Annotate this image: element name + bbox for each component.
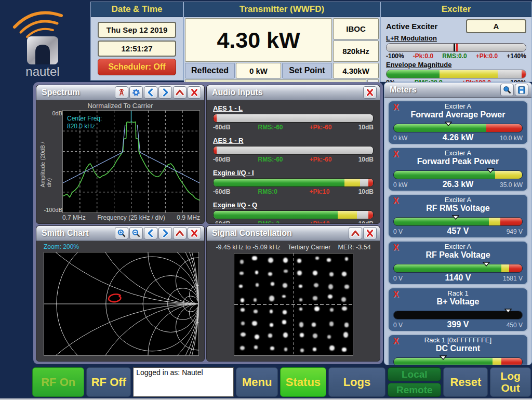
collapse-icon: [175, 88, 185, 97]
zoom-out-button[interactable]: [129, 227, 143, 239]
bar-segment-black: [394, 311, 522, 319]
constellation-point: [313, 348, 317, 351]
constellation-point: [299, 285, 302, 288]
meter-value: 26.3 kW: [443, 180, 474, 189]
meter-bar: [393, 311, 523, 319]
audio-channel: AES 1 - R-60dBRMS:-60+Pk:-6010dB: [213, 137, 374, 165]
bar-segment-lightgray: [217, 114, 373, 122]
audio-channel-label: Exgine I/Q - I: [213, 169, 374, 177]
close-button[interactable]: [363, 86, 377, 99]
bar-segment-red: [486, 124, 522, 132]
mask-left-trace: [63, 125, 125, 183]
logs-button[interactable]: Logs: [328, 367, 385, 397]
meter-name: RF Peak Voltage: [393, 250, 523, 259]
constellation-point: [282, 295, 286, 298]
lr-modulation-scale: -100%-Pk:0.0RMS:0.0+Pk:0.0+140%: [386, 52, 526, 60]
constellation-point: [344, 323, 349, 327]
bottom-toolbar: RF On RF Off Logged in as: Nautel Menu S…: [0, 365, 532, 400]
collapse-button[interactable]: [173, 86, 187, 99]
constellation-point: [269, 296, 274, 301]
constellation-point: [255, 335, 259, 339]
meter-source: Exciter A: [393, 243, 523, 250]
spectrum-chart-title: Normalized To Carrier: [36, 100, 204, 110]
lr-modulation-label: L+R Modulation: [386, 34, 526, 42]
save-button[interactable]: [515, 84, 528, 96]
smith-zoom-label: Zoom: 200%: [36, 241, 204, 252]
status-button[interactable]: Status: [280, 367, 326, 397]
spectrum-title: Spectrum: [39, 88, 80, 97]
antenna-button[interactable]: [115, 86, 128, 99]
audio-channel: Exgine I/Q - I-60dBRMS:0+Pk:1010dB: [213, 169, 374, 197]
close-button[interactable]: [188, 86, 201, 99]
constellation-point: [342, 348, 347, 352]
reflected-value: 0 kW: [236, 63, 281, 78]
menu-button[interactable]: Menu: [236, 367, 278, 397]
close-button[interactable]: [363, 227, 377, 239]
local-remote-toggle[interactable]: Local Remote: [388, 367, 441, 397]
logout-button[interactable]: Log Out: [490, 367, 531, 397]
search-icon: [502, 85, 512, 95]
constellation-title: Signal Constellation: [210, 229, 292, 238]
meter-close-button[interactable]: X: [393, 150, 399, 159]
remote-button[interactable]: Remote: [388, 383, 441, 397]
constellation-point: [329, 322, 333, 326]
collapse-button[interactable]: [349, 227, 362, 239]
chevron-right-button[interactable]: [158, 86, 172, 99]
local-button[interactable]: Local: [388, 367, 441, 381]
constellation-point: [327, 258, 331, 262]
constellation-point: [314, 306, 320, 311]
constellation-point: [299, 322, 303, 327]
rf-off-button[interactable]: RF Off: [86, 367, 131, 397]
nautel-logo: nautel: [3, 2, 87, 79]
smith-grid-svg: [44, 252, 198, 355]
constellation-point: [268, 272, 272, 276]
chevron-left-button[interactable]: [144, 227, 157, 239]
chevron-left-button[interactable]: [144, 86, 157, 99]
active-exciter-button[interactable]: A: [466, 19, 526, 33]
reset-button[interactable]: Reset: [443, 367, 488, 397]
nautel-logo-graphic: nautel: [3, 2, 87, 79]
bar-segment-yellow: [493, 358, 501, 365]
meter-close-button[interactable]: X: [393, 243, 399, 252]
exciter-title: Exciter: [381, 2, 531, 17]
collapse-button[interactable]: [173, 227, 187, 239]
meter-value: 1140 V: [445, 273, 471, 283]
svg-text:nautel: nautel: [25, 64, 59, 78]
bar-segment-yellow: [344, 179, 361, 186]
constellation-point: [283, 310, 287, 314]
constellation-header: Signal Constellation: [207, 226, 380, 241]
meter-close-button[interactable]: X: [393, 196, 399, 206]
envelope-magnitude-label: Envelope Magnitude: [386, 61, 526, 69]
constellation-point: [313, 334, 317, 338]
zoom-in-button[interactable]: [115, 227, 128, 239]
meter-card: XExciter AForward Average Power0 kW4.26 …: [388, 100, 528, 145]
audio-channel-label: AES 1 - R: [213, 137, 374, 144]
constellation-point: [241, 332, 246, 337]
spectrum-y-label: Amplitude (20dB / div): [39, 136, 52, 188]
meter-scale: 0 kW26.3 kW35.0 kW: [393, 180, 523, 189]
bar-segment-green: [387, 70, 440, 78]
chevron-right-button[interactable]: [158, 227, 172, 239]
exciter-panel: Exciter Active Exciter A L+R Modulation …: [380, 2, 532, 82]
rf-on-button[interactable]: RF On: [32, 367, 84, 397]
constellation-point: [343, 332, 348, 338]
gear-button[interactable]: [129, 86, 143, 99]
search-button[interactable]: [500, 84, 514, 96]
scheduler-button[interactable]: Scheduler: Off: [98, 59, 176, 75]
audio-channel-label: AES 1 - L: [213, 104, 374, 112]
audio-level-bar: [213, 114, 374, 123]
date-button[interactable]: Thu Sep 12 2019: [98, 22, 176, 38]
constellation-point: [283, 258, 288, 263]
spectrum-y-axis: 0dB Amplitude (20dB / div) -100dB: [41, 110, 62, 213]
meter-name: RF RMS Voltage: [393, 204, 523, 212]
constellation-point: [270, 346, 274, 351]
close-button[interactable]: [188, 227, 201, 239]
bar-segment-red: [501, 358, 522, 365]
meter-close-button[interactable]: X: [393, 290, 399, 299]
constellation-point: [328, 284, 333, 289]
time-button[interactable]: 12:51:27: [98, 41, 176, 57]
meters-title: Meters: [388, 85, 417, 95]
constellation-panel: Signal Constellation -9.45 kHz to -5.09 …: [206, 225, 380, 362]
meter-close-button[interactable]: X: [393, 103, 399, 112]
meter-close-button[interactable]: X: [393, 337, 399, 346]
